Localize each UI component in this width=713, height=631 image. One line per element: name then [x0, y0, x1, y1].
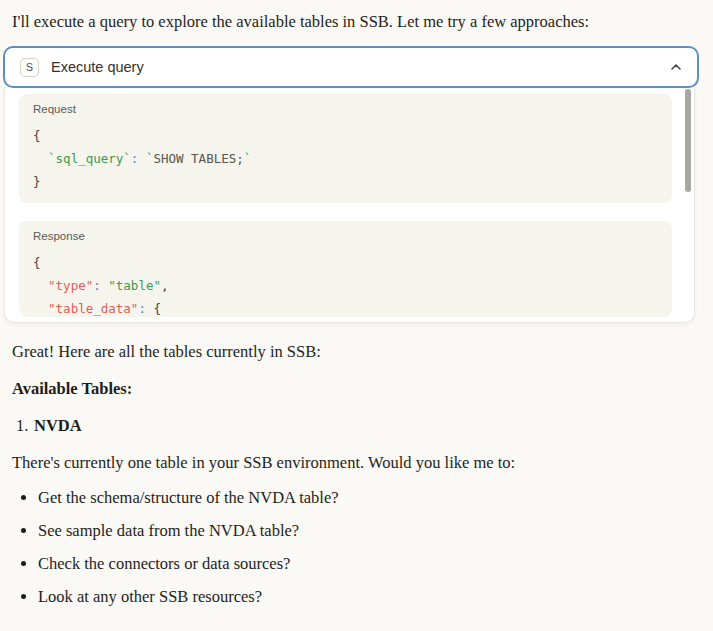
request-label: Request	[33, 103, 658, 115]
request-section: Request { `sql_query`: `SHOW TABLES;`}	[19, 94, 672, 203]
available-tables-heading: Available Tables:	[12, 378, 699, 400]
tool-call-panel: S Execute query Request { `sql_query`: `…	[0, 46, 713, 323]
numbered-list-item: 1.NVDA	[16, 415, 699, 437]
request-code-block: { `sql_query`: `SHOW TABLES;`}	[33, 124, 658, 193]
chevron-up-icon[interactable]	[669, 60, 683, 74]
response-label: Response	[33, 230, 658, 242]
tool-call-header[interactable]: S Execute query	[3, 46, 699, 88]
response-section: Response { "type": "table", "table_data"…	[19, 221, 672, 317]
response-code-block: { "type": "table", "table_data": {	[33, 251, 658, 317]
table-name: NVDA	[34, 416, 82, 435]
list-item: See sample data from the NVDA table?	[38, 520, 699, 542]
assistant-text-great: Great! Here are all the tables currently…	[12, 341, 699, 363]
options-list: Get the schema/structure of the NVDA tab…	[0, 487, 699, 608]
list-item: Check the connectors or data sources?	[38, 553, 699, 575]
list-item: Look at any other SSB resources?	[38, 586, 699, 608]
server-tool-icon: S	[20, 58, 39, 77]
list-item: Get the schema/structure of the NVDA tab…	[38, 487, 699, 509]
scrollbar-thumb[interactable]	[685, 89, 691, 192]
assistant-intro-text: I'll execute a query to explore the avai…	[12, 0, 699, 33]
list-number: 1.	[16, 415, 34, 437]
tool-call-expanded-body: Request { `sql_query`: `SHOW TABLES;`} R…	[4, 87, 695, 323]
tool-call-title: Execute query	[51, 59, 669, 75]
assistant-text-one-table: There's currently one table in your SSB …	[12, 452, 699, 474]
